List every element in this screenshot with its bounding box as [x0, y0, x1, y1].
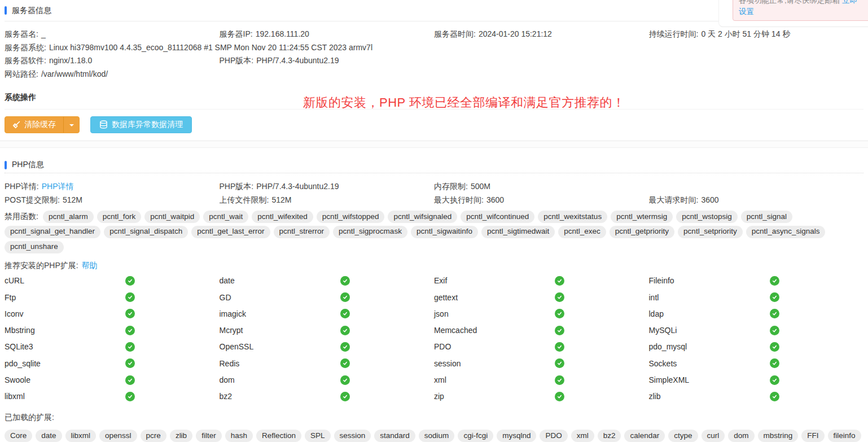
- extension-tag: mysqlnd: [497, 430, 536, 442]
- check-ok-icon: [340, 392, 350, 401]
- section-accent-bar: [5, 161, 7, 169]
- check-ok-icon: [125, 326, 135, 335]
- extension-name: gettext: [434, 293, 555, 302]
- check-ok-icon: [770, 342, 779, 352]
- extension-tag: calendar: [624, 430, 665, 442]
- db-clean-label: 数据库异常数据清理: [112, 120, 183, 130]
- check-ok-icon: [770, 292, 779, 302]
- email-setup-link[interactable]: 立即: [842, 0, 857, 5]
- clear-cache-dropdown-toggle[interactable]: [63, 117, 79, 133]
- check-ok-icon: [125, 392, 135, 401]
- check-ok-icon: [555, 309, 564, 318]
- check-ok-icon: [125, 309, 135, 318]
- extension-cell: GD: [220, 289, 435, 305]
- extension-cell: dom: [220, 371, 435, 388]
- check-ok-icon: [125, 276, 135, 286]
- check-ok-icon: [340, 276, 350, 286]
- extension-tag: Reflection: [256, 430, 301, 442]
- clear-cache-button[interactable]: 清除缓存: [5, 117, 63, 133]
- extension-name: Swoole: [5, 375, 125, 384]
- extension-tag: fileinfo: [828, 430, 861, 442]
- function-tag: pcntl_exec: [558, 226, 606, 238]
- extension-tag: dom: [728, 430, 754, 442]
- server-time-field: 服务器时间:2024-01-20 15:21:12: [434, 28, 649, 41]
- check-ok-icon: [770, 358, 779, 368]
- check-ok-icon: [340, 309, 350, 318]
- extension-name: pdo_mysql: [649, 342, 770, 351]
- extension-tag: xml: [571, 430, 594, 442]
- max-exec-field: 最大执行时间:3600: [434, 194, 649, 207]
- server-info-row: 服务器系统:Linux hi3798mv100 4.4.35_ecoo_8111…: [5, 41, 863, 55]
- check-ok-icon: [555, 392, 564, 401]
- extension-cell: date: [220, 273, 435, 289]
- function-tag: pcntl_alarm: [43, 211, 94, 223]
- function-tag: pcntl_sigprocmask: [333, 226, 407, 238]
- extension-cell: pdo_mysql: [649, 339, 864, 355]
- max-request-value: 3600: [701, 195, 718, 204]
- server-info-row: 网站路径:/var/www/html/kod/: [5, 68, 863, 81]
- server-ip-field: 服务器IP:192.168.111.20: [220, 28, 435, 41]
- extension-tag: date: [36, 430, 62, 442]
- extension-name: zlib: [649, 392, 770, 401]
- extension-tag: session: [334, 430, 371, 442]
- disabled-functions-label: 禁用函数:: [5, 212, 38, 222]
- uptime-value: 0 天 2 小时 51 分钟 14 秒: [701, 29, 790, 38]
- extension-name: dom: [220, 375, 340, 384]
- extension-cell: gettext: [434, 289, 649, 305]
- max-request-field: 最大请求时间:3600: [649, 194, 864, 207]
- extension-cell: Iconv: [5, 305, 220, 322]
- extension-cell: Mbstring: [5, 322, 220, 339]
- db-clean-button[interactable]: 数据库异常数据清理: [90, 116, 192, 133]
- extension-name: SQLite3: [5, 342, 125, 351]
- extension-cell: OpenSSL: [220, 339, 435, 355]
- check-ok-icon: [555, 326, 564, 335]
- extension-name: imagick: [220, 309, 340, 318]
- check-ok-icon: [555, 375, 564, 385]
- function-tag: pcntl_signal: [741, 211, 792, 223]
- server-time-value: 2024-01-20 15:21:12: [479, 29, 552, 38]
- php-version-field: PHP版本:PHP/7.4.3-4ubuntu2.19: [220, 54, 435, 68]
- loaded-extensions-label: 已加载的扩展:: [5, 413, 863, 423]
- email-setup-link-2[interactable]: 设置: [739, 7, 754, 16]
- extension-name: bz2: [220, 392, 340, 401]
- function-tag: pcntl_wifsignaled: [388, 211, 457, 223]
- extension-tag: standard: [374, 430, 415, 442]
- extension-name: Sockets: [649, 359, 770, 368]
- check-ok-icon: [125, 375, 135, 385]
- function-tag: pcntl_unshare: [5, 241, 64, 253]
- function-tag: pcntl_fork: [97, 211, 142, 223]
- server-os-value: Linux hi3798mv100 4.4.35_ecoo_81112068 #…: [49, 43, 372, 52]
- server-os-field: 服务器系统:Linux hi3798mv100 4.4.35_ecoo_8111…: [5, 41, 863, 55]
- server-name-value: _: [41, 29, 46, 38]
- extension-tag: SPL: [305, 430, 331, 442]
- check-ok-icon: [340, 342, 350, 352]
- function-tag: pcntl_wtermsig: [611, 211, 673, 223]
- php-version-field2: PHP版本:PHP/7.4.3-4ubuntu2.19: [220, 180, 435, 194]
- extension-name: PDO: [434, 342, 555, 351]
- function-tag: pcntl_async_signals: [746, 226, 826, 238]
- extension-cell: Redis: [220, 355, 435, 371]
- extension-cell: MySQLi: [649, 322, 864, 339]
- extension-name: Exif: [434, 276, 555, 285]
- recommended-extensions-label: 推荐安装的PHP扩展:: [5, 261, 78, 270]
- help-link[interactable]: 帮助: [82, 261, 98, 270]
- extension-name: pdo_sqlite: [5, 359, 125, 368]
- extension-name: ldap: [649, 309, 770, 318]
- php-detail-link[interactable]: PHP详情: [42, 182, 74, 191]
- extension-tag: bz2: [598, 430, 621, 442]
- php-info-row: POST提交限制:512M 上传文件限制:512M 最大执行时间:3600 最大…: [5, 194, 863, 207]
- email-alert: 各项功能正常;请尽快绑定邮箱 立即 设置: [733, 0, 868, 21]
- extension-cell: Swoole: [5, 371, 220, 388]
- post-limit-field: POST提交限制:512M: [5, 194, 220, 207]
- function-tag: pcntl_wstopsig: [676, 211, 738, 223]
- php-info-row: PHP详情:PHP详情 PHP版本:PHP/7.4.3-4ubuntu2.19 …: [5, 180, 863, 194]
- check-ok-icon: [125, 342, 135, 352]
- extension-cell: ldap: [649, 305, 864, 322]
- function-tag: pcntl_get_last_error: [191, 226, 270, 238]
- extension-cell: Fileinfo: [649, 273, 864, 289]
- clear-cache-label: 清除缓存: [24, 120, 56, 130]
- extension-cell: bz2: [220, 388, 435, 405]
- extension-tag: cgi-fcgi: [458, 430, 493, 442]
- server-name-field: 服务器名:_: [5, 28, 220, 41]
- site-path-value: /var/www/html/kod/: [41, 69, 108, 78]
